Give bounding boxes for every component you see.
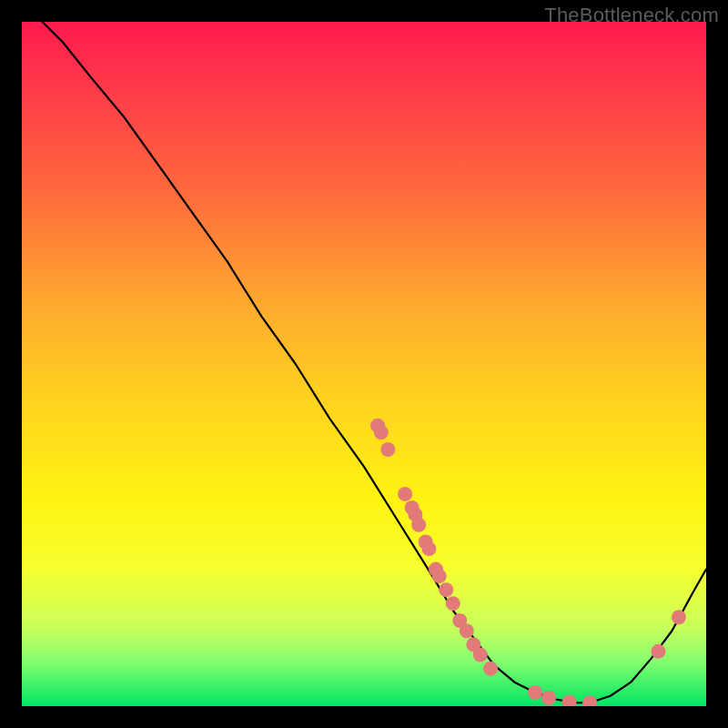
bottleneck-curve [43, 22, 706, 703]
chart-area [22, 22, 706, 706]
data-marker [411, 518, 426, 532]
data-marker [541, 691, 556, 705]
data-marker [380, 442, 395, 457]
data-marker [432, 569, 447, 583]
data-marker [473, 648, 488, 662]
chart-svg [22, 22, 706, 706]
data-marker [421, 541, 436, 556]
data-marker [374, 425, 389, 440]
data-marker [528, 685, 542, 700]
data-marker [562, 694, 577, 706]
data-marker [398, 487, 412, 501]
data-marker [483, 662, 498, 676]
marker-group [370, 419, 686, 706]
data-marker [460, 623, 474, 638]
data-marker [651, 644, 665, 659]
data-marker [672, 610, 686, 624]
watermark-text: TheBottleneck.com [544, 4, 719, 27]
data-marker [582, 695, 597, 706]
data-marker [446, 596, 460, 611]
data-marker [439, 582, 453, 597]
